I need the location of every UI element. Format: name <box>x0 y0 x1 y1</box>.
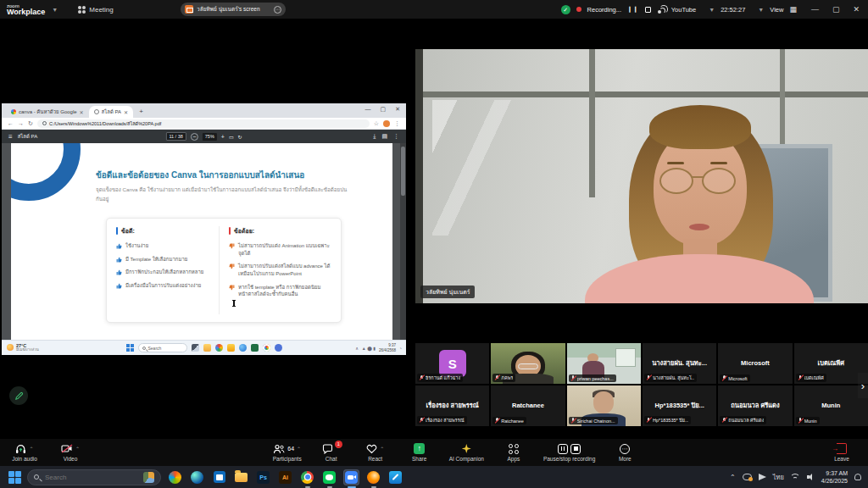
participant-tile[interactable]: Ratchanee Ratchanee <box>491 385 565 426</box>
browser-icon[interactable] <box>215 344 223 352</box>
browser-tab-canva-search[interactable]: canva - ค้นหาด้วย Google ✕ <box>6 106 89 118</box>
start-button[interactable] <box>126 344 134 352</box>
annotate-button[interactable] <box>9 386 28 405</box>
tab-close-icon[interactable]: ✕ <box>80 109 84 115</box>
participant-tile[interactable]: ถนอมนวล ศรีแดง ถนอมนวล ศรีแดง <box>718 385 792 426</box>
browser-maximize-button[interactable]: ▢ <box>381 106 387 113</box>
phone-link-icon[interactable] <box>239 344 247 352</box>
url-field[interactable]: C:/Users/Windows%2011/Downloads/สไลด์%20… <box>37 119 370 128</box>
taskbar-icon-chrome[interactable] <box>299 469 315 485</box>
browser-menu-icon[interactable]: ⋮ <box>394 120 400 126</box>
participant-tile[interactable]: Sirichai Chatnon... <box>567 385 641 426</box>
taskbar-icon-store[interactable] <box>211 469 227 485</box>
taskbar-icon-pen-app[interactable] <box>387 469 403 485</box>
minimize-button[interactable]: — <box>811 5 819 14</box>
participant-tile[interactable]: Hp*183535* ปิย... Hp*183535* ปิย... <box>643 385 716 426</box>
chevron-down-icon[interactable]: ▼ <box>52 7 58 13</box>
participants-button[interactable]: 64 ⌃ Participants <box>273 443 302 462</box>
rotate-icon[interactable]: ↻ <box>238 134 242 140</box>
telegram-icon[interactable] <box>759 474 766 480</box>
reload-icon[interactable]: ↻ <box>28 120 33 126</box>
stop-recording-button[interactable] <box>645 7 651 13</box>
speaker-icon[interactable] <box>807 474 815 480</box>
bookmark-star-icon[interactable]: ☆ <box>374 120 379 126</box>
forward-icon[interactable]: → <box>18 120 24 126</box>
notification-icon[interactable]: ◔ <box>399 346 402 351</box>
task-view-icon[interactable] <box>192 344 199 352</box>
chevron-down-icon[interactable]: ▼ <box>758 7 764 13</box>
browser-minimize-button[interactable]: — <box>365 106 371 113</box>
page-info-icon[interactable] <box>42 121 47 125</box>
pdf-more-icon[interactable]: ⋮ <box>393 133 399 140</box>
pause-stop-recording-button[interactable]: Pause/stop recording <box>543 443 595 462</box>
chevron-up-icon[interactable]: ⌃ <box>29 446 33 452</box>
taskbar-icon-edge[interactable] <box>189 469 205 485</box>
participant-tile[interactable]: S ธิรกานต์ แก้วฉาง <box>415 343 489 384</box>
taskbar-icon-zoom[interactable] <box>343 469 359 485</box>
speaker-video-tile[interactable]: วลัยทิพย์ นุ่มเนตร์ <box>415 49 868 303</box>
pill-options-icon[interactable]: ⋯ <box>274 6 281 14</box>
download-icon[interactable]: ⤓ <box>373 133 376 140</box>
chat-button[interactable]: 1 ⌃ Chat <box>317 443 346 462</box>
notification-bell-icon[interactable] <box>854 474 861 480</box>
taskbar-icon-illustrator[interactable]: Ai <box>277 469 293 485</box>
taskbar-icon-line[interactable] <box>321 469 337 485</box>
tab-close-icon[interactable]: ✕ <box>124 109 128 115</box>
print-icon[interactable]: ▤ <box>381 133 387 140</box>
hidden-icons-chevron[interactable]: ⌃ <box>730 474 736 481</box>
chevron-up-icon[interactable]: ⌃ <box>380 446 384 452</box>
app-icon[interactable] <box>251 344 259 352</box>
pdf-scrollbar[interactable] <box>400 143 406 340</box>
participant-tile[interactable]: เบตเณพีศ เบตเณพีศ <box>794 343 868 384</box>
maximize-button[interactable]: ▢ <box>832 5 840 14</box>
search-box[interactable]: Search <box>138 343 187 352</box>
encryption-shield-icon[interactable]: ✓ <box>561 5 570 14</box>
shared-system-tray[interactable]: ∧▲ ⬤ ▮ 9:37 26/4/2568 ◔ <box>355 343 402 352</box>
browser-close-button[interactable]: ✕ <box>395 106 400 113</box>
onedrive-icon[interactable] <box>743 474 752 480</box>
react-button[interactable]: ⌃ React <box>361 443 390 462</box>
browser-profile-avatar[interactable] <box>383 120 390 127</box>
taskbar-icon-firefox[interactable] <box>365 469 381 485</box>
chevron-up-icon[interactable]: ⌃ <box>75 446 80 452</box>
folder-icon[interactable] <box>227 344 235 352</box>
participant-tile[interactable]: ภคพร <box>491 343 565 384</box>
view-grid-icon[interactable]: ▦ <box>789 5 797 14</box>
participant-tile[interactable]: Munin Munin <box>794 385 868 426</box>
taskbar-icon-photoshop[interactable]: Ps <box>255 469 271 485</box>
participant-tile[interactable]: เรื่องรอง สายพรรณ์ เรื่องรอง สายพรรณ์ <box>415 385 489 426</box>
share-button[interactable]: ↑ Share <box>405 443 434 462</box>
fit-page-icon[interactable]: ▭ <box>229 134 234 140</box>
chevron-up-icon[interactable]: ⌃ <box>297 446 301 452</box>
participant-tile[interactable]: นางสายฝน. สุนทะ... นางสายฝน. สุนทะโ.. <box>643 343 716 384</box>
browser-tab-pdf[interactable]: สไลด์ PA ✕ <box>89 106 134 118</box>
language-indicator[interactable]: ไทย <box>773 472 784 482</box>
ai-companion-button[interactable]: AI Companion <box>449 443 484 462</box>
pdf-page-indicator[interactable]: 11 / 38 <box>165 132 186 141</box>
pdf-menu-icon[interactable]: ≡ <box>8 133 13 141</box>
chrome-icon[interactable] <box>263 344 270 352</box>
new-tab-button[interactable]: + <box>139 108 143 115</box>
participant-tile[interactable]: Microsoft Microsoft <box>718 343 792 384</box>
back-icon[interactable]: ← <box>8 120 14 126</box>
participant-tile[interactable]: priwan peechas... <box>567 343 641 384</box>
taskbar-clock[interactable]: 9:37 AM 4/26/2025 <box>821 469 848 485</box>
start-button[interactable] <box>8 471 21 484</box>
teams-icon[interactable] <box>275 344 282 352</box>
taskbar-search-box[interactable] <box>27 469 161 485</box>
shared-screen-pill[interactable]: วลัยทิพย์ นุ่มเนตร์'s screen ⋯ <box>181 3 286 16</box>
search-input[interactable] <box>43 473 128 482</box>
video-button[interactable]: ⌃ Video <box>56 443 85 462</box>
file-explorer-icon[interactable] <box>203 344 211 352</box>
zoom-in-button[interactable]: + <box>221 134 225 140</box>
apps-button[interactable]: Apps <box>499 443 528 462</box>
chevron-down-icon[interactable]: ▼ <box>709 7 715 13</box>
gallery-next-page-button[interactable]: › <box>858 373 868 398</box>
wifi-icon[interactable] <box>791 474 800 480</box>
pause-recording-button[interactable]: ❙❙ <box>627 6 639 13</box>
taskbar-icon-file-explorer[interactable] <box>233 469 249 485</box>
tab-meeting[interactable]: Meeting <box>78 6 113 14</box>
zoom-out-button[interactable]: − <box>191 133 198 141</box>
close-button[interactable]: ✕ <box>853 5 860 14</box>
join-audio-button[interactable]: ⌃ Join audio <box>10 443 39 462</box>
